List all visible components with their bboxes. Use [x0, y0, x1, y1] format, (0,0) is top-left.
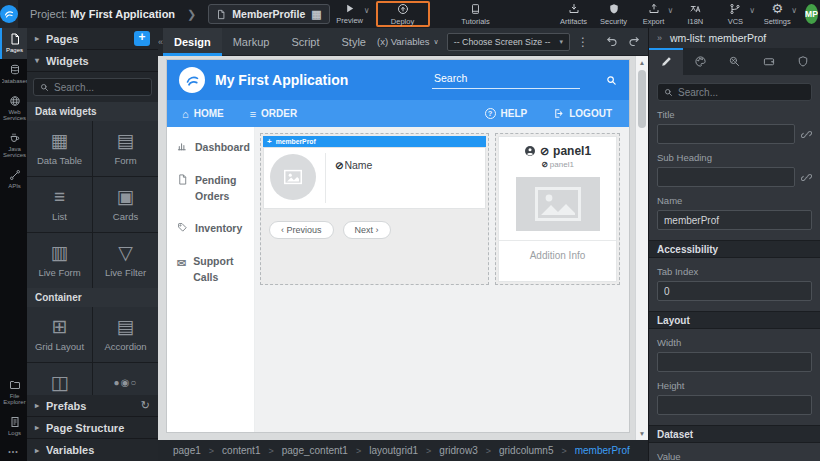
scroll-up-arrow[interactable]: ▲	[636, 59, 648, 66]
nav-order[interactable]: ≡ORDER	[250, 108, 298, 120]
widget-tile-wizard[interactable]: ●◉○Wizard	[93, 363, 158, 395]
widget-tile-accordion[interactable]: ▤Accordion	[93, 307, 158, 362]
tab-markup[interactable]: Markup	[222, 28, 281, 56]
properties-search[interactable]	[657, 83, 812, 101]
panel1-widget[interactable]: ⊘ panel1 ⊘ panel1 Addition	[498, 136, 617, 282]
i18n-button[interactable]: I18N	[675, 1, 715, 27]
vcs-caret-icon[interactable]: ∨	[749, 6, 755, 15]
widget-tile-cards[interactable]: ▣Cards	[93, 177, 158, 232]
page-selector[interactable]: MemberProfile ▦	[208, 4, 329, 24]
page-selector-label: MemberProfile	[232, 8, 305, 20]
breadcrumb-content1[interactable]: content1	[222, 445, 260, 456]
expand-panel-handle[interactable]: »	[657, 33, 662, 43]
sidebar-item-dashboard[interactable]: Dashboard	[177, 140, 244, 156]
panel1-selection[interactable]: ⊘ panel1 ⊘ panel1 Addition	[495, 133, 620, 285]
next-page-button[interactable]: Next ›	[343, 221, 391, 239]
breadcrumb-gridrow3[interactable]: gridrow3	[439, 445, 477, 456]
widget-tile-live-filter[interactable]: ▽Live Filter	[93, 233, 158, 288]
breadcrumb-page-content1[interactable]: page_content1	[282, 445, 348, 456]
refresh-icon[interactable]: ↻	[141, 399, 150, 412]
rail-item-databases[interactable]: Databases	[0, 59, 27, 90]
rail-item-pages[interactable]: Pages	[0, 28, 27, 59]
undo-button[interactable]	[606, 35, 619, 48]
section-accessibility[interactable]: Accessibility	[649, 240, 820, 258]
member-list-selection[interactable]: + memberProf ⊘Name ‹ P	[260, 133, 489, 285]
widget-tile-grid-layout[interactable]: ⊞Grid Layout	[27, 307, 92, 362]
widget-tile-tabs[interactable]: ◫Tabs	[27, 363, 92, 395]
widget-tile-data-table[interactable]: ▦Data Table	[27, 121, 92, 176]
tab-properties[interactable]	[649, 48, 683, 75]
prefabs-section-header[interactable]: ▸ Prefabs ↻	[27, 395, 158, 417]
title-input[interactable]	[657, 124, 795, 144]
nav-help[interactable]: ?HELP	[485, 108, 528, 119]
pages-section-header[interactable]: ▸ Pages +	[27, 28, 158, 50]
variables-button[interactable]: (x) Variables∨	[377, 36, 439, 47]
breadcrumb-layoutgrid1[interactable]: layoutgrid1	[369, 445, 418, 456]
previous-page-button[interactable]: ‹ Previous	[269, 221, 334, 239]
properties-search-input[interactable]	[678, 87, 805, 98]
sidebar-item-support-calls[interactable]: ✉Support Calls	[177, 254, 244, 286]
settings-caret-icon[interactable]: ∨	[791, 6, 797, 15]
sub-heading-input[interactable]	[657, 167, 795, 187]
widget-tile-live-form[interactable]: ▥Live Form	[27, 233, 92, 288]
rail-item-logs[interactable]: Logs	[0, 411, 27, 442]
rail-item-web-services[interactable]: Web Services	[0, 90, 27, 127]
scroll-down-arrow[interactable]: ▼	[636, 430, 648, 437]
deploy-button[interactable]: Deploy	[383, 1, 423, 27]
tab-index-input[interactable]	[657, 281, 812, 301]
section-dataset[interactable]: Dataset	[649, 425, 820, 443]
more-options-icon[interactable]: •••	[0, 442, 27, 461]
widget-tile-form[interactable]: ▤Form	[93, 121, 158, 176]
canvas-scrollbar[interactable]: ▲ ▼	[635, 56, 648, 440]
height-input[interactable]	[657, 395, 812, 415]
move-icon[interactable]: +	[267, 137, 272, 146]
app-search-icon[interactable]	[606, 75, 617, 86]
rail-item-java-services[interactable]: Java Services	[0, 127, 27, 164]
nav-home[interactable]: ⌂HOME	[182, 108, 224, 120]
tab-device[interactable]	[752, 48, 786, 75]
tab-styles[interactable]	[683, 48, 717, 75]
widget-tile-list[interactable]: ≡List	[27, 177, 92, 232]
tutorials-button[interactable]: Tutorials	[456, 1, 496, 27]
rail-item-file-explorer[interactable]: File Explorer	[0, 374, 27, 411]
user-avatar[interactable]: MP	[805, 4, 818, 24]
redo-button[interactable]	[627, 35, 640, 48]
variables-section-header[interactable]: ▸ Variables	[27, 439, 158, 461]
tab-design[interactable]: Design	[163, 28, 222, 56]
breadcrumb-gridcolumn5[interactable]: gridcolumn5	[499, 445, 553, 456]
widget-search-input[interactable]	[54, 82, 145, 93]
tab-security[interactable]	[786, 48, 820, 75]
bind-link-icon[interactable]	[801, 172, 812, 183]
sidebar-item-inventory[interactable]: Inventory	[177, 221, 244, 237]
rail-item-apis[interactable]: APIs	[0, 164, 27, 195]
wavemaker-logo[interactable]	[0, 0, 18, 28]
member-list-title-bar[interactable]: + memberProf	[263, 136, 486, 147]
scrollbar-thumb[interactable]	[638, 70, 646, 128]
name-input[interactable]	[657, 210, 812, 230]
tab-events[interactable]	[717, 48, 751, 75]
add-page-button[interactable]: +	[134, 31, 150, 46]
security-button[interactable]: Security	[594, 1, 634, 27]
breadcrumb-page1[interactable]: page1	[173, 445, 201, 456]
section-layout[interactable]: Layout	[649, 311, 820, 329]
tab-script[interactable]: Script	[280, 28, 330, 56]
artifacts-button[interactable]: Artifacts	[554, 1, 594, 27]
tab-style[interactable]: Style	[331, 28, 377, 56]
breadcrumb-memberprof[interactable]: memberProf	[575, 445, 630, 456]
pages-grid-icon[interactable]: ▦	[311, 8, 321, 21]
app-search-input[interactable]: Search	[432, 72, 580, 89]
list-item-template[interactable]: ⊘Name	[263, 147, 486, 209]
screen-size-select[interactable]: -- Choose Screen Size --▾	[447, 33, 570, 51]
tag-icon	[177, 222, 188, 233]
name-field-binding[interactable]: ⊘Name	[335, 159, 372, 171]
widget-search[interactable]	[33, 78, 152, 96]
widgets-section-header[interactable]: ▾ Widgets	[27, 50, 158, 72]
sidebar-item-pending-orders[interactable]: Pending Orders	[177, 173, 244, 205]
page-structure-section-header[interactable]: ▸ Page Structure	[27, 417, 158, 439]
preview-caret-icon[interactable]: ∨	[364, 6, 370, 15]
width-input[interactable]	[657, 352, 812, 372]
bind-link-icon[interactable]	[801, 129, 812, 140]
export-caret-icon[interactable]: ∨	[668, 6, 674, 15]
nav-logout[interactable]: LOGOUT	[553, 108, 612, 119]
more-menu-icon[interactable]: ⋮	[577, 35, 589, 49]
